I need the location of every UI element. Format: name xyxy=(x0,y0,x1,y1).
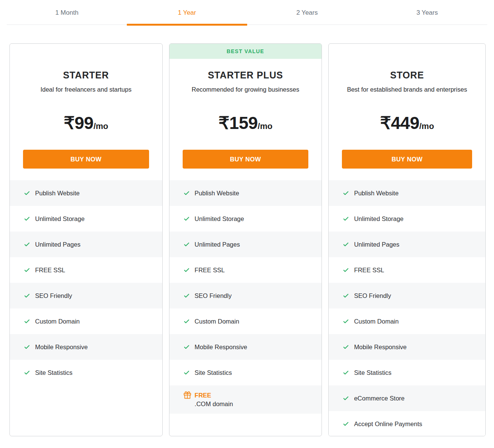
feature-label: FREE SSL xyxy=(35,266,65,274)
plan-price: ₹159/mo xyxy=(169,114,322,137)
check-icon xyxy=(24,370,30,376)
feature-label: Unlimited Storage xyxy=(35,215,85,223)
buy-now-button[interactable]: BUY NOW xyxy=(342,150,472,169)
price-amount: 99 xyxy=(75,113,94,133)
feature-label: Custom Domain xyxy=(195,317,239,325)
buy-now-button[interactable]: BUY NOW xyxy=(23,150,149,169)
feature-row: SEO Friendly xyxy=(169,283,322,308)
plan-price: ₹99/mo xyxy=(10,114,162,137)
check-icon xyxy=(24,344,30,350)
check-icon xyxy=(343,344,349,350)
price-period: /mo xyxy=(94,121,108,131)
feature-label: Mobile Responsive xyxy=(195,343,247,351)
price-currency: ₹ xyxy=(219,113,229,133)
feature-row: Site Statistics xyxy=(169,360,322,385)
feature-label: FREE SSL xyxy=(195,266,225,274)
feature-label: Mobile Responsive xyxy=(35,343,88,351)
price-period: /mo xyxy=(258,121,272,131)
feature-row: FREE SSL xyxy=(329,257,485,283)
feature-row: Mobile Responsive xyxy=(169,334,322,360)
feature-label: Site Statistics xyxy=(354,368,391,377)
feature-label: Publish Website xyxy=(195,189,239,197)
feature-label: FREE SSL xyxy=(354,266,384,274)
pricing-cards: STARTER Ideal for freelancers and startu… xyxy=(9,43,486,436)
feature-label: SEO Friendly xyxy=(35,292,72,300)
price-currency: ₹ xyxy=(64,113,75,133)
plan-description: Recommended for growing businesses xyxy=(169,85,322,94)
feature-row: Unlimited Storage xyxy=(329,206,485,232)
check-icon xyxy=(343,370,349,376)
feature-label: Site Statistics xyxy=(195,368,232,377)
feature-highlight: FREE xyxy=(195,391,233,400)
plan-name: STARTER PLUS xyxy=(169,69,322,81)
feature-label: SEO Friendly xyxy=(354,292,391,300)
feature-row: Custom Domain xyxy=(329,308,485,334)
check-icon xyxy=(183,370,190,376)
feature-label: Unlimited Pages xyxy=(354,240,399,249)
check-icon xyxy=(24,216,30,222)
feature-label: Unlimited Storage xyxy=(354,215,403,223)
feature-row: Site Statistics xyxy=(10,360,162,385)
feature-label: Custom Domain xyxy=(354,317,399,325)
check-icon xyxy=(183,241,190,248)
check-icon xyxy=(183,344,190,350)
price-amount: 159 xyxy=(229,113,258,133)
feature-row: Unlimited Storage xyxy=(169,206,322,232)
feature-label: Site Statistics xyxy=(35,368,72,377)
feature-list: Publish Website Unlimited Storage Unlimi… xyxy=(169,180,322,414)
pricing-card: STORE Best for established brands and en… xyxy=(328,43,486,436)
check-icon xyxy=(183,216,190,222)
check-icon xyxy=(343,421,349,427)
best-value-badge: BEST VALUE xyxy=(169,44,322,59)
price-currency: ₹ xyxy=(380,113,391,133)
check-icon xyxy=(343,318,349,325)
check-icon xyxy=(183,267,190,273)
feature-label: SEO Friendly xyxy=(195,292,232,300)
feature-list: Publish Website Unlimited Storage Unlimi… xyxy=(329,180,485,436)
feature-label: eCommerce Store xyxy=(354,394,405,402)
buy-now-button[interactable]: BUY NOW xyxy=(183,150,309,169)
plan-description: Best for established brands and enterpri… xyxy=(329,85,485,94)
feature-row: SEO Friendly xyxy=(10,283,162,308)
feature-label: Accept Online Payments xyxy=(354,420,422,428)
feature-label: Unlimited Pages xyxy=(195,240,240,249)
feature-label: Mobile Responsive xyxy=(354,343,406,351)
check-icon xyxy=(183,293,190,299)
feature-row: Publish Website xyxy=(329,180,485,206)
billing-period-tab[interactable]: 2 Years xyxy=(247,0,367,25)
check-icon xyxy=(183,190,190,196)
price-amount: 449 xyxy=(391,113,419,133)
billing-period-tab[interactable]: 1 Year xyxy=(127,0,247,25)
gift-icon xyxy=(183,391,191,399)
feature-row: Unlimited Pages xyxy=(169,232,322,257)
feature-label: Custom Domain xyxy=(35,317,80,325)
feature-row: FREE SSL xyxy=(10,257,162,283)
billing-period-tab[interactable]: 3 Years xyxy=(367,0,487,25)
feature-row: Unlimited Pages xyxy=(329,232,485,257)
pricing-card: BEST VALUE STARTER PLUS Recommended for … xyxy=(169,43,322,436)
check-icon xyxy=(343,293,349,299)
feature-label: Publish Website xyxy=(354,189,399,197)
check-icon xyxy=(24,318,30,325)
check-icon xyxy=(24,293,30,299)
plan-price: ₹449/mo xyxy=(329,114,485,137)
feature-label: Unlimited Storage xyxy=(195,215,244,223)
feature-row: Publish Website xyxy=(169,180,322,206)
plan-name: STORE xyxy=(329,69,485,81)
tab-label: 3 Years xyxy=(417,9,438,16)
feature-label: Publish Website xyxy=(35,189,80,197)
check-icon xyxy=(343,241,349,248)
price-period: /mo xyxy=(419,121,434,131)
plan-description: Ideal for freelancers and startups xyxy=(10,85,162,94)
tab-label: 1 Month xyxy=(55,9,78,16)
feature-row: Accept Online Payments xyxy=(329,411,485,436)
feature-row: Site Statistics xyxy=(329,360,485,385)
feature-row: Unlimited Storage xyxy=(10,206,162,232)
check-icon xyxy=(183,318,190,325)
billing-period-tab-bar: 1 Month 1 Year 2 Years 3 Years xyxy=(7,0,487,25)
billing-period-tab[interactable]: 1 Month xyxy=(7,0,127,25)
feature-row: FREE SSL xyxy=(169,257,322,283)
bonus-feature-row: FREE .COM domain xyxy=(169,385,322,414)
feature-row: Custom Domain xyxy=(10,308,162,334)
pricing-card: STARTER Ideal for freelancers and startu… xyxy=(9,43,163,436)
